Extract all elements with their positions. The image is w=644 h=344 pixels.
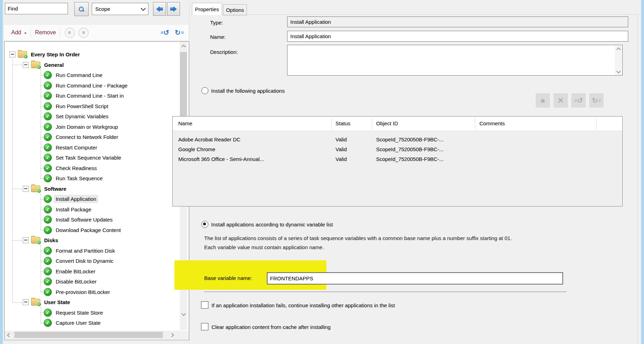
tree-item-user-state[interactable]: User State xyxy=(23,297,71,307)
step-success-icon xyxy=(44,226,52,234)
column-header-name[interactable]: Name xyxy=(178,117,192,131)
base-variable-input[interactable]: FRONTENDAPPS xyxy=(267,272,563,285)
radio-install-following-apps[interactable] xyxy=(201,87,208,94)
tree-item-software[interactable]: Software xyxy=(23,184,68,194)
tree-item-install-software-updates[interactable]: Install Software Updates xyxy=(44,215,114,225)
table-cell: ScopeId_7520050B-F9BC-... xyxy=(376,135,475,145)
scroll-up-button[interactable] xyxy=(180,42,187,50)
expander-collapse-icon[interactable] xyxy=(23,237,29,243)
renumber-down-button[interactable]: ↻ ≡ xyxy=(175,28,183,37)
column-header-status[interactable]: Status xyxy=(335,117,351,131)
expander-collapse-icon[interactable] xyxy=(23,62,29,68)
delete-application-button[interactable]: × xyxy=(554,93,568,107)
expander-collapse-icon[interactable] xyxy=(23,186,29,192)
tree-item-pre-provision-bitlocker[interactable]: Pre-provision BitLocker xyxy=(44,287,111,297)
checkbox-clear-cache[interactable] xyxy=(201,323,208,330)
search-button[interactable] xyxy=(74,2,89,16)
tree-item-label: Convert Disk to Dynamic xyxy=(54,257,115,265)
tree-item-label: Request State Store xyxy=(54,309,104,316)
list-icon: ≡ xyxy=(160,30,163,35)
tree-item-disable-bitlocker[interactable]: Disable BitLocker xyxy=(44,276,98,287)
tree-item-run-command-line-package[interactable]: Run Command Line - Package xyxy=(44,80,129,91)
tree-connector xyxy=(41,251,43,251)
tree-item-run-command-line[interactable]: Run Command Line xyxy=(44,70,104,80)
tree-item-install-application[interactable]: Install Application xyxy=(44,194,98,204)
tree-connector xyxy=(41,271,43,272)
tree-connector xyxy=(41,168,43,168)
tab-page-border-top xyxy=(192,14,637,15)
table-row[interactable]: Microsoft 365 Office - Semi-Annual...Val… xyxy=(173,154,622,164)
tree-item-every-step-in-order[interactable]: Every Step In Order xyxy=(9,49,81,59)
add-button[interactable]: Add ▾ xyxy=(11,29,26,36)
new-application-button[interactable]: * xyxy=(536,93,550,107)
star-icon: * xyxy=(540,96,545,110)
column-divider xyxy=(331,118,332,129)
tree-connector xyxy=(41,117,43,117)
tree-item-run-command-line-start-in[interactable]: Run Command Line - Start in xyxy=(44,91,125,101)
scope-select[interactable]: Scope xyxy=(92,3,148,15)
section-separator xyxy=(204,292,567,293)
tree-item-general[interactable]: General xyxy=(23,60,65,70)
tree-item-install-package[interactable]: Install Package xyxy=(44,204,93,215)
tab-properties[interactable]: Properties xyxy=(192,3,222,15)
description-scrollbar[interactable] xyxy=(615,45,622,75)
column-header-comments[interactable]: Comments xyxy=(479,117,505,131)
tree-connector xyxy=(41,127,43,127)
tree-item-label: Every Step In Order xyxy=(29,51,81,58)
step-success-icon xyxy=(44,216,52,224)
move-step-up-button[interactable]: « xyxy=(65,28,75,38)
table-cell: Valid xyxy=(335,135,371,145)
remove-button[interactable]: Remove xyxy=(35,29,56,36)
chevron-down-icon xyxy=(616,69,621,73)
move-application-down-button[interactable]: ↻≡ xyxy=(589,93,603,107)
step-success-icon xyxy=(44,205,52,213)
table-row[interactable]: Adobe Acrobat Reader DCValidScopeId_7520… xyxy=(173,135,622,145)
tree-item-check-readiness[interactable]: Check Readiness xyxy=(44,163,98,173)
tree-connector xyxy=(41,199,43,199)
checkbox-continue-on-fail[interactable] xyxy=(201,301,208,309)
table-cell: ScopeId_7520050B-F9BC-... xyxy=(376,145,475,154)
back-button[interactable] xyxy=(153,2,166,16)
tree-item-run-powershell-script[interactable]: Run PowerShell Script xyxy=(44,101,110,111)
description-textarea[interactable] xyxy=(287,45,623,76)
tree-item-convert-disk-to-dynamic[interactable]: Convert Disk to Dynamic xyxy=(44,256,115,266)
move-application-up-button[interactable]: ≡↺ xyxy=(572,93,586,107)
tree-item-format-and-partition-disk[interactable]: Format and Partition Disk xyxy=(44,246,116,256)
tree-item-capture-user-state[interactable]: Capture User State xyxy=(44,318,102,328)
tree-item-connect-to-network-folder[interactable]: Connect to Network Folder xyxy=(44,132,119,142)
tree-item-run-task-sequence[interactable]: Run Task Sequence xyxy=(44,173,104,183)
tree-item-disks[interactable]: Disks xyxy=(23,235,60,245)
scroll-right-button[interactable] xyxy=(168,331,175,339)
forward-button[interactable] xyxy=(167,2,180,16)
name-field[interactable]: Install Application xyxy=(287,31,628,42)
expander-collapse-icon[interactable] xyxy=(23,299,29,305)
tree-item-label: Run Command Line xyxy=(54,71,104,79)
tree-item-enable-bitlocker[interactable]: Enable BitLocker xyxy=(44,266,97,276)
dynamic-note-line2: Each variable value must contain applica… xyxy=(204,244,324,250)
tree-item-label: User State xyxy=(43,299,71,306)
tree-connector xyxy=(41,292,43,292)
column-header-object-id[interactable]: Object ID xyxy=(376,117,398,131)
add-dropdown-icon: ▾ xyxy=(25,31,26,35)
renumber-up-button[interactable]: ≡ ↺ xyxy=(160,28,169,37)
tree-item-restart-computer[interactable]: Restart Computer xyxy=(44,142,98,153)
scroll-down-button[interactable] xyxy=(180,310,187,318)
tree-item-set-task-sequence-variable[interactable]: Set Task Sequence Variable xyxy=(44,153,123,163)
step-success-icon xyxy=(44,309,52,317)
tree-item-request-state-store[interactable]: Request State Store xyxy=(44,308,104,318)
move-step-down-button[interactable]: « xyxy=(78,28,89,38)
table-row[interactable]: Google ChromeValidScopeId_7520050B-F9BC-… xyxy=(173,145,622,154)
dynamic-note-line1: The list of applications consists of a s… xyxy=(204,235,512,241)
tree-item-join-domain-or-workgroup[interactable]: Join Domain or Workgroup xyxy=(44,122,119,132)
tree-connector xyxy=(41,106,43,106)
tree-item-download-package-content[interactable]: Download Package Content xyxy=(44,225,122,235)
radio-dynamic-variable-list[interactable] xyxy=(201,221,208,228)
find-input[interactable]: Find xyxy=(5,3,68,14)
tab-options[interactable]: Options xyxy=(223,4,247,15)
step-success-icon xyxy=(44,319,52,327)
tree-hscroll-thumb[interactable] xyxy=(14,332,163,338)
scroll-left-button[interactable] xyxy=(5,331,13,339)
step-success-icon xyxy=(44,247,52,255)
expander-collapse-icon[interactable] xyxy=(9,51,15,57)
tree-item-set-dynamic-variables[interactable]: Set Dynamic Variables xyxy=(44,111,110,121)
